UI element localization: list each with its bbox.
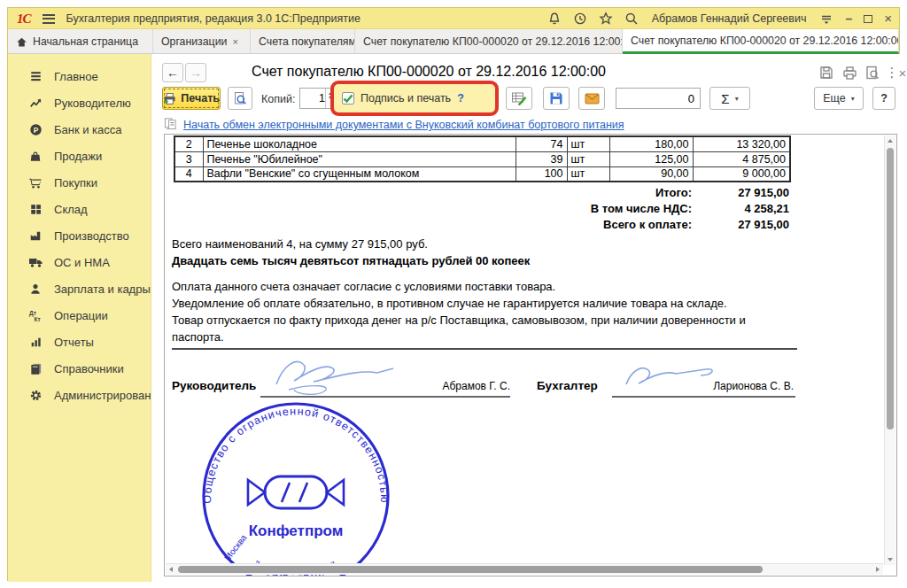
terms-line: Оплата данного счета означает согласие с… [172,278,785,295]
close-window-button[interactable]: × [884,12,892,25]
print-icon[interactable] [841,65,858,81]
document-title: Счет покупателю КП00-000020 от 29.12.201… [252,64,606,80]
current-user[interactable]: Абрамов Геннадий Сергеевич [652,12,807,25]
more-label: Еще [823,92,845,104]
sidebar-label: Покупки [54,176,97,190]
print-preview-button[interactable] [228,87,252,110]
sidebar-label: Администрирование [54,389,164,402]
caret-down-icon: ▾ [851,95,855,103]
sidebar-label: Главное [54,70,98,83]
cell-name: Печенье шоколадное [203,136,516,151]
sidebar-label: Банк и касса [54,123,122,136]
back-button[interactable]: ← [162,63,183,82]
sidebar-item-operations[interactable]: Дт Кт Операции [8,302,151,329]
sidebar-item-bank-cash[interactable]: Р Банк и касса [8,116,151,143]
candy-icon [248,476,344,508]
main-menu-icon[interactable] [43,12,55,26]
close-tab-icon[interactable]: × [232,36,237,47]
table-row: 2 Печенье шоколадное 74 шт 180,00 13 320… [174,136,790,151]
tab-label: Начальная страница [33,35,138,48]
payable-label: Всего к оплате: [430,218,692,231]
scroll-left-icon[interactable] [169,567,173,572]
signature-line [612,396,795,398]
sidebar-item-fixed-assets[interactable]: ОС и НМА [8,249,151,275]
print-label: Печать [181,92,220,104]
sidebar-item-production[interactable]: Производство [8,222,151,249]
scroll-up-icon[interactable] [888,139,893,143]
tab-invoice-document[interactable]: Счет покупателю КП00-000020 от 29.12.201… [355,29,623,54]
table-pencil-icon [511,91,527,105]
horizontal-scrollbar[interactable] [166,563,883,575]
vertical-scroll-thumb[interactable] [887,148,894,429]
forward-button[interactable]: → [185,63,206,82]
sign-checkbox[interactable] [342,92,354,104]
step-up-icon[interactable] [329,91,334,95]
sidebar-item-manager[interactable]: Руководителю [8,89,151,116]
shopping-cart-icon [27,175,43,190]
minimize-button[interactable]: – [845,14,852,23]
sidebar-item-payroll-hr[interactable]: Зарплата и кадры [8,275,151,302]
cell-name: Печенье "Юбилейное" [203,151,516,166]
sidebar-item-purchases[interactable]: Покупки [8,169,151,196]
terms-line: Товар отпускается по факту прихода денег… [172,312,785,345]
help-button[interactable]: ? [872,87,895,110]
vertical-scrollbar[interactable] [884,135,895,565]
scroll-down-icon[interactable] [888,558,893,561]
scroll-right-icon[interactable] [876,567,880,572]
preview-icon[interactable] [864,65,881,81]
sidebar-item-main[interactable]: Главное [8,63,151,89]
copies-input[interactable] [300,89,325,108]
cell-num: 4 [174,166,203,182]
tab-home[interactable]: Начальная страница [8,29,153,54]
edi-start-link[interactable]: Начать обмен электронными документами с … [183,119,624,131]
service-menu-icon[interactable] [819,12,833,26]
titlebar: 1С Бухгалтерия предприятия, редакция 3.0… [8,8,899,29]
tab-label: Организации [161,35,227,48]
sum-function-button[interactable]: Σ ▾ [709,87,750,110]
sidebar-item-sales[interactable]: Продажи [8,143,151,169]
sign-and-stamp-option[interactable]: Подпись и печать ? [334,84,495,112]
stamp-city-text: Москва [222,532,249,562]
app-window: 1С Бухгалтерия предприятия, редакция 3.0… [7,7,900,581]
save-icon[interactable] [818,65,835,81]
sign-help-link[interactable]: ? [457,92,464,104]
tab-organizations[interactable]: Организации × [153,29,251,54]
ruble-circle-icon: Р [27,122,43,136]
copies-stepper[interactable] [299,88,337,109]
sidebar-item-administration[interactable]: Администрирование [8,382,151,408]
table-row: 3 Печенье "Юбилейное" 39 шт 125,00 4 875… [174,151,790,166]
send-email-button[interactable] [578,87,605,110]
sidebar-label: Склад [54,203,88,216]
sidebar-item-reports[interactable]: Отчеты [8,329,151,355]
horizontal-scroll-thumb[interactable] [178,566,763,573]
maximize-button[interactable] [864,15,872,23]
bar-chart-icon [27,335,43,349]
shopping-bag-icon [27,149,43,163]
step-down-icon[interactable] [329,97,334,100]
favorites-star-icon[interactable] [599,12,613,26]
sidebar-item-warehouse[interactable]: Склад [8,196,151,222]
book-icon [27,361,43,375]
save-button[interactable] [543,87,570,110]
sidebar-item-references[interactable]: Справочники [8,355,151,382]
close-document-icon[interactable]: × [894,65,907,81]
create-based-on-button[interactable] [506,87,532,110]
cell-num: 2 [174,136,203,151]
search-icon[interactable] [624,12,639,26]
more-actions-button[interactable]: Еще ▾ [814,87,864,110]
amount-field[interactable] [616,88,701,109]
print-button[interactable]: Печать [162,87,221,110]
history-icon[interactable] [573,12,587,26]
cell-sum: 4 875,00 [693,151,790,166]
printer-icon [163,92,176,105]
amount-in-words: Двадцать семь тысяч девятьсот пятнадцать… [172,254,530,267]
tab-invoice-print-form[interactable]: Счет покупателю КП00-000020 от 29.12.201… [623,29,899,54]
accountant-role: Бухгалтер [537,379,598,392]
notifications-bell-icon[interactable] [547,12,562,26]
total-label: Итого: [430,186,692,199]
document-area: ← → Счет покупателю КП00-000020 от 29.12… [151,54,901,582]
cell-name: Вафли "Венские" со сгущенным молоком [203,166,516,182]
tab-customer-invoices[interactable]: Счета покупателям × [251,29,355,54]
envelope-icon [585,93,600,104]
sidebar-label: Руководителю [54,97,131,110]
